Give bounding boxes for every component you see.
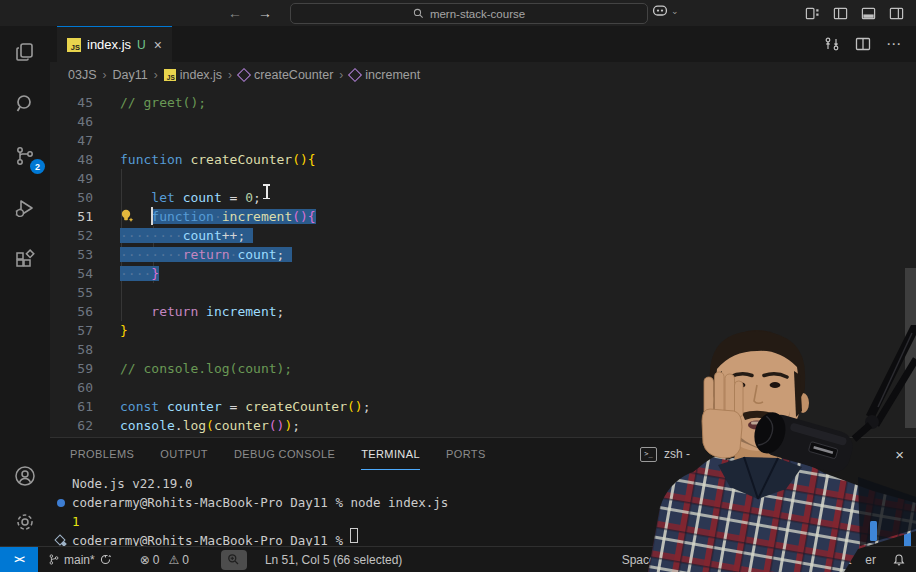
code-line[interactable]: 51 function·increment(){	[50, 207, 916, 226]
code-line[interactable]: 50 let count = 0;	[50, 188, 916, 207]
code-line[interactable]: 47	[50, 131, 916, 150]
problems-item[interactable]: ⊗ 0 ⚠ 0	[140, 553, 189, 567]
search-icon	[413, 8, 424, 19]
js-file-icon: JS	[67, 38, 81, 52]
terminal-cursor	[350, 528, 358, 543]
code-line[interactable]: 45// greet();	[50, 93, 916, 112]
code-line[interactable]: 49	[50, 169, 916, 188]
panel-tab-output[interactable]: OUTPUT	[160, 438, 208, 470]
breadcrumb-separator: ›	[227, 68, 233, 82]
code-action-lightbulb-icon[interactable]	[119, 208, 135, 228]
branch-icon	[48, 553, 60, 566]
tab-label: index.js	[87, 37, 131, 52]
warning-count: 0	[182, 553, 189, 567]
more-actions-icon[interactable]: ⋯	[886, 35, 902, 53]
code-line[interactable]: 48function createCounter(){	[50, 150, 916, 169]
language-mode-item[interactable]: {} JavaScript	[775, 553, 851, 567]
nav-back-icon[interactable]: ←	[228, 5, 242, 21]
git-branch-item[interactable]: main*	[48, 553, 112, 567]
explorer-icon[interactable]	[9, 36, 41, 68]
scm-badge: 2	[30, 159, 45, 174]
code-line[interactable]: 57}	[50, 321, 916, 340]
terminal-icon: >_	[640, 447, 657, 462]
terminal-line: 1	[50, 512, 916, 531]
nav-forward-icon[interactable]: →	[258, 5, 272, 21]
line-number: 57	[50, 321, 93, 340]
js-file-icon: JS	[164, 69, 176, 81]
error-icon: ⊗	[140, 553, 150, 567]
eol-item[interactable]: LF	[745, 553, 759, 567]
run-debug-icon[interactable]	[9, 192, 41, 224]
line-number: 52	[50, 226, 93, 245]
command-center-search[interactable]: mern-stack-course	[290, 3, 648, 24]
breadcrumb-item[interactable]: increment	[349, 68, 420, 82]
code-line[interactable]: 46	[50, 112, 916, 131]
panel-tab-ports[interactable]: PORTS	[446, 438, 486, 470]
sync-icon	[99, 553, 112, 566]
customize-layout-icon[interactable]	[805, 6, 820, 21]
search-sidebar-icon[interactable]	[9, 88, 41, 120]
indentation-item[interactable]: Spaces: 4	[622, 553, 675, 567]
remote-indicator[interactable]: ><	[0, 547, 38, 572]
terminal-output[interactable]: Node.js v22.19.0coderarmy@Rohits-MacBook…	[50, 474, 916, 550]
toggle-sidebar-icon[interactable]	[833, 6, 848, 21]
tab-close-icon[interactable]: ×	[154, 37, 162, 53]
editor-tab-bar: JS index.js U × ⋯	[50, 26, 916, 62]
code-line[interactable]: 61const counter = createCounter();	[50, 397, 916, 416]
code-line[interactable]: 53········return·count;	[50, 245, 916, 264]
breadcrumb-item[interactable]: createCounter	[238, 68, 333, 82]
accounts-icon[interactable]	[9, 460, 41, 492]
zoom-indicator[interactable]	[221, 550, 247, 570]
code-line[interactable]: 56 return increment;	[50, 302, 916, 321]
open-changes-icon[interactable]	[824, 36, 840, 52]
terminal-shell-entry[interactable]: >_ zsh -	[640, 438, 690, 470]
partial-status-item[interactable]: er	[865, 553, 876, 567]
warning-icon: ⚠	[168, 553, 179, 567]
encoding-item[interactable]: UTF-8	[693, 553, 727, 567]
breadcrumb-separator: ›	[153, 68, 159, 82]
branch-name: main*	[64, 553, 95, 567]
mouse-ibeam-cursor	[262, 184, 271, 199]
breadcrumb-item[interactable]: Day11	[113, 68, 148, 82]
breadcrumb-item[interactable]: JSindex.js	[164, 68, 222, 82]
copilot-menu[interactable]: ⌄	[652, 4, 679, 18]
code-editor[interactable]: 45// greet();464748function createCounte…	[50, 88, 916, 437]
settings-gear-icon[interactable]	[9, 506, 41, 538]
tab-modified-indicator: U	[137, 38, 146, 52]
cursor-position-item[interactable]: Ln 51, Col 5 (66 selected)	[265, 553, 402, 567]
line-number: 45	[50, 93, 93, 112]
code-line[interactable]: 62console.log(counter());	[50, 416, 916, 435]
split-editor-icon[interactable]	[855, 36, 871, 52]
code-line[interactable]: 58	[50, 340, 916, 359]
code-line[interactable]: 54····}	[50, 264, 916, 283]
line-number: 54	[50, 264, 93, 283]
code-line[interactable]: 55	[50, 283, 916, 302]
breadcrumb-item[interactable]: 03JS	[68, 68, 97, 82]
symbol-function-icon	[237, 68, 251, 82]
terminal-scrollbar-mark	[904, 528, 911, 548]
breadcrumb[interactable]: 03JS›Day11›JSindex.js›createCounter›incr…	[50, 62, 916, 88]
line-number: 47	[50, 131, 93, 150]
panel-close-icon[interactable]: ×	[895, 438, 904, 470]
breadcrumb-separator: ›	[102, 68, 108, 82]
editor-scrollbar[interactable]	[905, 268, 916, 428]
magnifier-plus-icon	[227, 553, 240, 566]
chevron-down-icon: ⌄	[671, 6, 679, 16]
line-number: 50	[50, 188, 93, 207]
code-line[interactable]: 52········count++;	[50, 226, 916, 245]
source-control-icon[interactable]: 2	[9, 140, 41, 172]
panel-tab-terminal[interactable]: TERMINAL	[361, 438, 420, 470]
panel-tab-problems[interactable]: PROBLEMS	[70, 438, 134, 470]
terminal-decoration-dot[interactable]	[54, 493, 68, 512]
code-lines: 45// greet();464748function createCounte…	[50, 93, 916, 435]
line-number: 60	[50, 378, 93, 397]
toggle-secondary-sidebar-icon[interactable]	[889, 6, 904, 21]
tab-index-js[interactable]: JS index.js U ×	[57, 26, 172, 62]
panel-tab-debug-console[interactable]: DEBUG CONSOLE	[234, 438, 335, 470]
terminal-line: Node.js v22.19.0	[50, 474, 916, 493]
code-line[interactable]: 60	[50, 378, 916, 397]
extensions-icon[interactable]	[9, 244, 41, 276]
code-line[interactable]: 59// console.log(count);	[50, 359, 916, 378]
toggle-panel-icon[interactable]	[861, 6, 876, 21]
notifications-bell-icon[interactable]	[892, 553, 906, 567]
